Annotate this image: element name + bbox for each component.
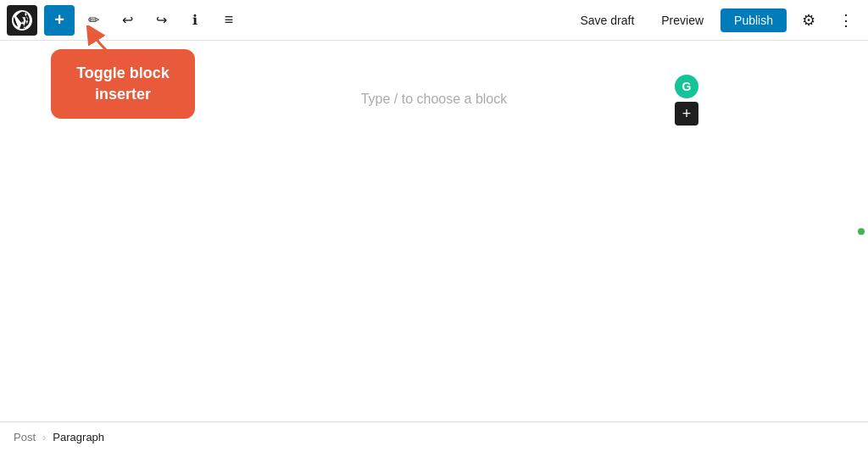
toolbar-right: Save draft Preview Publish ⚙ ⋮ <box>570 5 861 36</box>
status-bar: Post › Paragraph <box>0 421 868 452</box>
tooltip-callout: Toggle block inserter <box>51 49 195 119</box>
status-post-label: Post <box>14 431 36 444</box>
block-controls: G + <box>675 75 698 126</box>
tooltip-text: Toggle block inserter <box>76 64 170 103</box>
publish-button[interactable]: Publish <box>721 8 787 32</box>
settings-button[interactable]: ⚙ <box>793 5 824 36</box>
grammarly-button[interactable]: G <box>675 75 698 98</box>
block-placeholder[interactable]: Type / to choose a block <box>180 92 688 107</box>
add-block-button[interactable]: + <box>675 102 698 126</box>
wordpress-logo[interactable] <box>7 5 37 36</box>
list-view-button[interactable]: ≡ <box>214 5 244 36</box>
breadcrumb-separator: › <box>42 431 46 444</box>
more-options-button[interactable]: ⋮ <box>831 5 861 36</box>
placeholder-text: Type / to choose a block <box>361 92 508 106</box>
green-dot-indicator <box>858 228 865 235</box>
preview-button[interactable]: Preview <box>651 8 714 32</box>
document-info-button[interactable]: ℹ <box>180 5 210 36</box>
status-current-block: Paragraph <box>53 431 104 444</box>
save-draft-button[interactable]: Save draft <box>570 8 644 32</box>
toggle-block-inserter-button[interactable]: + <box>44 5 75 36</box>
